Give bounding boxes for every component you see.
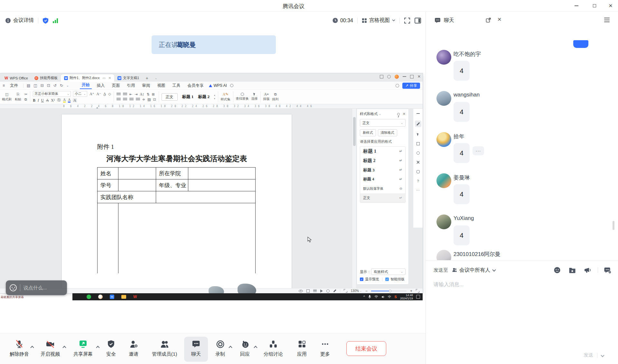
security-button[interactable]: 安全 <box>100 337 122 362</box>
wps-doc-tab-active[interactable]: W附件1、附件2.docx▭✕ <box>61 74 114 82</box>
end-meeting-button[interactable]: 结束会议 <box>346 341 386 356</box>
unmute-options-chevron[interactable] <box>30 346 34 349</box>
cut-icon[interactable]: ✂ <box>24 92 27 96</box>
ink-icon[interactable] <box>333 289 336 292</box>
side-panel-toggle-icon[interactable] <box>415 18 421 23</box>
menu-home[interactable]: 开始 <box>80 82 92 89</box>
highlight-color-button[interactable]: A <box>63 98 66 103</box>
wps-ai-button[interactable]: WPS AI <box>209 83 227 88</box>
strip-more-icon[interactable]: ⋯ <box>416 188 420 192</box>
align-center-icon[interactable] <box>123 98 127 101</box>
border-icon[interactable]: ⊡ <box>153 97 156 102</box>
favorites-folder-icon[interactable] <box>569 267 576 273</box>
start-video-button[interactable]: 开启视频 <box>34 337 66 362</box>
text-direction-icon[interactable]: A↕ <box>140 92 144 96</box>
grow-font-icon[interactable]: A⁺ <box>89 92 94 96</box>
record-button[interactable]: 录制 <box>208 337 232 362</box>
preview-checkbox[interactable]: ✓ <box>360 278 363 281</box>
shrink-font-icon[interactable]: A⁻ <box>97 92 101 96</box>
superscript-button[interactable]: X² <box>51 98 55 102</box>
more-button[interactable]: 更多 <box>315 337 335 362</box>
preview-icon[interactable]: ⊡ <box>47 83 50 88</box>
popout-icon[interactable] <box>485 17 492 23</box>
new-style-button[interactable]: 新样式 <box>360 129 376 136</box>
wps-restore-icon[interactable] <box>410 75 414 78</box>
style-set-button[interactable]: A✎样式集 <box>221 92 230 102</box>
cut-tool-icon[interactable] <box>416 160 420 164</box>
redo-icon[interactable]: ↻ <box>60 83 63 88</box>
char-shading-button[interactable]: A <box>73 98 77 102</box>
chat-settings-icon[interactable] <box>604 267 611 274</box>
arrange-button[interactable]: ⧉排列 <box>272 92 279 102</box>
skin-icon[interactable] <box>387 75 391 78</box>
tray-sogou-icon[interactable]: S <box>395 295 397 299</box>
wps-doc-tab-draft[interactable]: W文字文稿1 <box>114 74 142 82</box>
select-tool-icon[interactable] <box>416 132 420 136</box>
taskbar-app-orange-icon[interactable] <box>98 295 103 299</box>
taskbar-wps-icon[interactable]: W <box>133 295 137 299</box>
collapse-icon[interactable] <box>416 111 420 115</box>
tab-close-icon[interactable]: ✕ <box>108 76 111 80</box>
zoom-level-control[interactable]: 130%⌄ <box>351 289 362 293</box>
font-color-button[interactable]: A <box>68 98 70 103</box>
select-button[interactable]: 选择 <box>251 93 258 101</box>
panel-close-icon[interactable]: ✕ <box>403 112 406 116</box>
menu-review[interactable]: 审阅 <box>140 83 152 88</box>
scrollbar-thumb[interactable] <box>353 117 356 146</box>
italic-button[interactable]: I <box>38 98 39 102</box>
bold-button[interactable]: B <box>33 98 35 102</box>
style-heading1-chip[interactable]: 标题 1 <box>182 94 194 100</box>
wps-minimize-icon[interactable] <box>403 76 406 77</box>
typeset-button[interactable]: A≡排版 <box>263 92 270 101</box>
sign-tool-icon[interactable] <box>416 141 420 146</box>
network-signal-icon[interactable] <box>53 18 58 23</box>
char-border-button[interactable]: Ⓐ <box>57 98 61 103</box>
restore-button[interactable] <box>592 3 597 8</box>
web-view-icon[interactable] <box>326 289 330 293</box>
share-options-chevron[interactable] <box>96 346 99 349</box>
strikethrough-button[interactable]: A <box>46 98 49 102</box>
document-page[interactable]: 附件 1 河海大学大学生寒暑期社会实践活动鉴定表 姓名 所在学院 学号 年级、 <box>62 114 292 288</box>
clear-format-icon[interactable]: ◇ <box>108 92 111 96</box>
ruler[interactable]: 8 6 4 2 2 4 6 8 10 12 14 16 18 20 22 24 … <box>0 104 423 109</box>
menu-reference[interactable]: 引用 <box>125 83 137 88</box>
document-scrollbar[interactable] <box>352 109 356 288</box>
style-item-h1[interactable]: 标题 1↵ <box>360 147 405 156</box>
share-button[interactable]: ↗分享 <box>402 83 420 89</box>
paste-button[interactable]: ⎘粘贴 <box>15 92 21 102</box>
tray-ime-indicator[interactable]: 中 <box>388 295 391 299</box>
reactions-button[interactable]: 回应 <box>232 337 258 362</box>
wps-doc-tab-template[interactable]: D技能秀模板 <box>31 74 61 82</box>
format-painter-button[interactable]: ◫格式刷 <box>2 92 12 102</box>
avatar[interactable] <box>436 214 451 229</box>
tray-mic-icon[interactable] <box>368 295 371 299</box>
meeting-details-button[interactable]: 会议详情 <box>5 17 34 24</box>
play-view-icon[interactable] <box>320 289 323 293</box>
increase-indent-icon[interactable]: ⇥ <box>135 92 137 96</box>
more-chevron-icon[interactable]: ⌄ <box>66 84 69 87</box>
fullscreen-icon[interactable] <box>404 17 410 24</box>
page-view-icon[interactable] <box>306 289 310 293</box>
apps-button[interactable]: 应用 <box>289 337 315 362</box>
megaphone-icon[interactable] <box>584 267 591 274</box>
export-icon[interactable]: ◫ <box>33 83 37 88</box>
hamburger-menu-icon[interactable]: ≡ <box>3 83 5 88</box>
send-to-value[interactable]: 会议中所有人 <box>459 267 490 274</box>
search-icon[interactable] <box>230 84 233 87</box>
align-left-icon[interactable] <box>117 98 121 101</box>
avatar[interactable] <box>436 50 451 65</box>
tab-list-chevron[interactable]: ⌄ <box>152 74 161 82</box>
tray-expand-icon[interactable]: ^ <box>363 295 365 299</box>
eye-protect-icon[interactable] <box>299 290 303 292</box>
tray-notification-icon[interactable] <box>416 295 420 299</box>
taskbar-folder-icon[interactable] <box>121 295 126 299</box>
chat-message-input[interactable]: 请输入消息... <box>434 281 607 288</box>
line-spacing-icon[interactable]: ≑ <box>142 97 145 102</box>
taskbar-app-green-icon[interactable] <box>87 295 91 299</box>
view-mode-button[interactable]: 宫格视图 <box>362 17 395 24</box>
sort-icon[interactable]: ⇅ <box>146 92 149 96</box>
underline-button[interactable]: U <box>41 98 44 102</box>
wps-close-icon[interactable]: ✕ <box>417 74 421 79</box>
zoom-out-button[interactable]: − <box>365 289 368 293</box>
show-marks-icon[interactable]: ⊞ <box>152 92 154 96</box>
